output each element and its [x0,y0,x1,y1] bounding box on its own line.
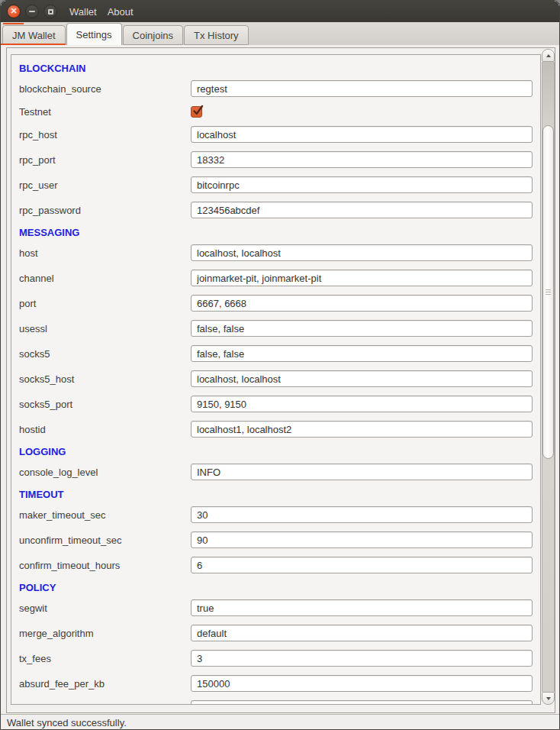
input-rpc-password[interactable] [191,202,533,218]
field-row: usessl [19,320,533,337]
input-socks5[interactable] [191,345,533,362]
arrow-up-icon [546,54,551,57]
field-row: socks5_host [19,370,533,387]
input-absurd-fee-per-kb[interactable] [191,675,533,692]
app-window: ✕ Wallet About JM WalletSettingsCoinjoin… [0,0,560,730]
scrollbar-thumb[interactable] [542,125,554,459]
input-usessl[interactable] [191,320,533,337]
section-header-timeout: TIMEOUT [19,489,533,501]
field-row: rpc_user [19,176,533,193]
thumb-grip-icon [546,292,551,292]
pane-frame: BLOCKCHAINblockchain_sourceTestnetrpc_ho… [6,47,555,713]
field-row: socks5 [19,345,533,362]
field-row: rpc_password [19,202,533,218]
section-header-messaging: MESSAGING [19,227,533,239]
tab-jm-wallet[interactable]: JM Wallet [2,25,66,45]
scroll-up-button[interactable] [542,49,555,62]
input-maker-timeout-sec[interactable] [191,506,533,523]
vertical-scrollbar[interactable] [542,49,555,705]
field-row: tx_fees [19,650,533,667]
field-row: absurd_fee_per_kb [19,675,533,692]
field-row: socks5_port [19,396,533,412]
arrow-down-icon [546,697,551,700]
label-confirm-timeout-hours: confirm_timeout_hours [19,560,191,571]
tab-coinjoins[interactable]: Coinjoins [123,25,183,45]
field-row: blockchain_source [19,80,533,97]
maximize-button[interactable] [43,5,57,18]
minimize-button[interactable] [25,5,39,18]
label-rpc-host: rpc_host [19,129,191,141]
input-confirm-timeout-hours[interactable] [191,557,533,573]
input-port[interactable] [191,295,533,312]
menu-about[interactable]: About [108,6,134,18]
tab-orange-underline [1,44,66,45]
input-hostid[interactable] [191,421,533,438]
settings-tab-pane: BLOCKCHAINblockchain_sourceTestnetrpc_ho… [1,45,559,714]
input-socks5-host[interactable] [191,370,533,387]
thumb-grip-icon [546,294,551,295]
section-header-blockchain: BLOCKCHAIN [19,63,533,75]
menu-wallet[interactable]: Wallet [69,6,97,18]
field-row: console_log_level [19,464,533,480]
input-console-log-level[interactable] [191,464,533,480]
input-rpc-port[interactable] [191,151,533,168]
tab-settings[interactable]: Settings [66,23,122,45]
thumb-grip-icon [546,289,551,290]
field-row: merge_algorithm [19,625,533,641]
label-absurd-fee-per-kb: absurd_fee_per_kb [19,678,191,690]
label-usessl: usessl [19,323,191,334]
label-host: host [19,247,191,259]
label-rpc-password: rpc_password [19,205,191,216]
maximize-icon [48,9,53,15]
checkmark-icon [191,104,204,117]
input-rpc-host[interactable] [191,126,533,143]
section-header-logging: LOGGING [19,446,533,458]
label-tx-fees: tx_fees [19,653,191,664]
input-segwit[interactable] [191,599,533,616]
field-row: port [19,295,533,312]
label-unconfirm-timeout-sec: unconfirm_timeout_sec [19,535,191,546]
field-row: Testnet [19,105,533,118]
scroll-down-button[interactable] [542,692,555,705]
input-unconfirm-timeout-sec[interactable] [191,531,533,548]
field-row: rpc_port [19,151,533,168]
field-row: hostid [19,421,533,438]
clipped-field-row [19,700,533,705]
label-port: port [19,298,191,309]
label-blockchain-source: blockchain_source [19,83,191,95]
settings-form: BLOCKCHAINblockchain_sourceTestnetrpc_ho… [11,55,540,705]
field-row: maker_timeout_sec [19,506,533,523]
close-icon: ✕ [10,7,17,15]
input-[interactable] [191,700,533,705]
tab-bar: JM WalletSettingsCoinjoinsTx History [1,22,559,45]
label-testnet: Testnet [19,106,191,118]
input-merge-algorithm[interactable] [191,625,533,641]
status-bar: Wallet synced successfully. [1,714,559,730]
label-hostid: hostid [19,424,191,435]
tab-tx-history[interactable]: Tx History [184,25,249,45]
input-host[interactable] [191,244,533,261]
field-row: confirm_timeout_hours [19,557,533,573]
input-blockchain-source[interactable] [191,80,533,97]
close-button[interactable]: ✕ [7,5,21,18]
titlebar: ✕ Wallet About [1,1,559,22]
input-rpc-user[interactable] [191,176,533,193]
input-channel[interactable] [191,270,533,286]
label-channel: channel [19,273,191,284]
label-rpc-user: rpc_user [19,179,191,191]
settings-scroll-area: BLOCKCHAINblockchain_sourceTestnetrpc_ho… [11,54,541,705]
minimize-icon [29,11,35,12]
status-text: Wallet synced successfully. [7,717,127,728]
field-row: rpc_host [19,126,533,143]
label-socks5-port: socks5_port [19,399,191,410]
scrollbar-track[interactable] [542,62,555,692]
checkbox-testnet[interactable] [191,106,202,118]
field-row: segwit [19,599,533,616]
label-socks5: socks5 [19,348,191,360]
section-header-policy: POLICY [19,582,533,594]
input-socks5-port[interactable] [191,396,533,412]
field-row: unconfirm_timeout_sec [19,531,533,548]
field-row: host [19,244,533,261]
label-maker-timeout-sec: maker_timeout_sec [19,509,191,521]
input-tx-fees[interactable] [191,650,533,667]
